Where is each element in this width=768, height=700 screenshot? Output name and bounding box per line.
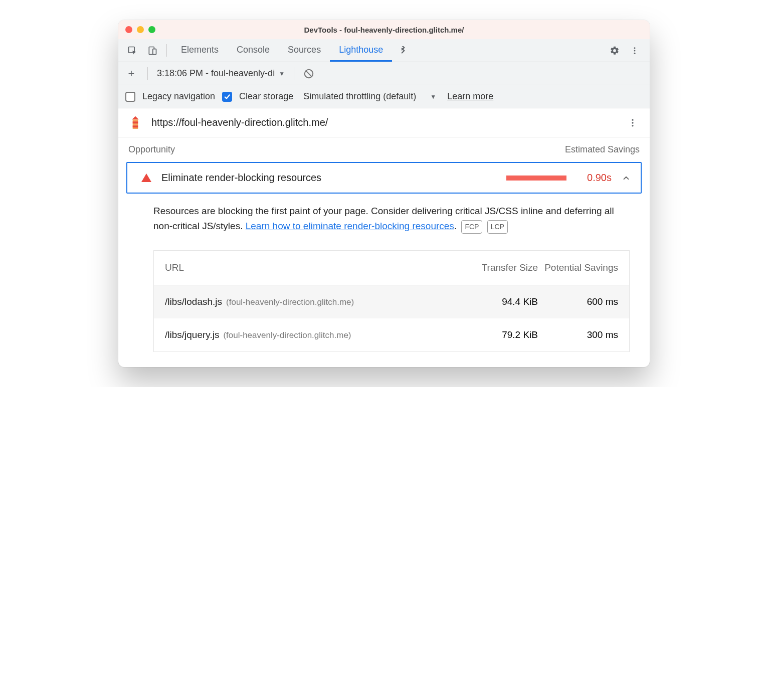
clear-icon[interactable] (303, 68, 314, 79)
table-header: URL Transfer Size Potential Savings (154, 251, 629, 286)
svg-point-12 (632, 119, 633, 120)
svg-point-3 (634, 47, 636, 49)
svg-rect-11 (133, 125, 138, 127)
panel-tabs: Elements Console Sources Lighthouse (172, 39, 392, 62)
desc-learn-link[interactable]: Learn how to eliminate render-blocking r… (246, 221, 454, 231)
report-url: https://foul-heavenly-direction.glitch.m… (151, 117, 617, 128)
caret-down-icon: ▼ (279, 70, 285, 77)
badge-fcp: FCP (461, 220, 482, 233)
inspect-icon[interactable] (123, 39, 141, 62)
badge-lcp: LCP (487, 220, 508, 233)
row-savings: 300 ms (538, 329, 618, 340)
savings-bar (506, 176, 566, 181)
minimize-icon[interactable] (137, 26, 144, 33)
more-tabs-icon[interactable] (394, 39, 412, 62)
th-size: Transfer Size (463, 262, 538, 274)
svg-point-4 (634, 50, 636, 51)
tab-sources[interactable]: Sources (279, 39, 330, 62)
lighthouse-options: Legacy navigation Clear storage Simulate… (118, 85, 650, 108)
report-label: 3:18:06 PM - foul-heavenly-di (157, 68, 275, 79)
lighthouse-toolbar: + 3:18:06 PM - foul-heavenly-di ▼ (118, 62, 650, 85)
maximize-icon[interactable] (148, 26, 155, 33)
divider (166, 44, 167, 57)
row-size: 94.4 KiB (463, 296, 538, 307)
legacy-navigation-checkbox[interactable] (125, 92, 135, 102)
titlebar: DevTools - foul-heavenly-direction.glitc… (118, 20, 650, 39)
table-row: /libs/lodash.js (foul-heavenly-direction… (154, 285, 629, 318)
svg-point-14 (632, 125, 633, 126)
th-savings: Potential Savings (538, 262, 618, 274)
opportunity-row[interactable]: Eliminate render-blocking resources 0.90… (126, 162, 642, 194)
window-title: DevTools - foul-heavenly-direction.glitc… (118, 26, 650, 34)
clear-storage-checkbox[interactable] (222, 92, 232, 102)
traffic-lights (125, 26, 155, 33)
divider (294, 67, 294, 80)
svg-line-7 (306, 71, 312, 77)
fail-triangle-icon (141, 173, 151, 182)
report-menu-icon[interactable] (625, 118, 641, 128)
th-url: URL (165, 262, 463, 273)
tab-lighthouse[interactable]: Lighthouse (330, 39, 392, 62)
desc-text-b: . (454, 221, 457, 231)
learn-more-link[interactable]: Learn more (447, 91, 493, 102)
tab-console[interactable]: Console (228, 39, 279, 62)
row-size: 79.2 KiB (463, 329, 538, 340)
row-origin: (foul-heavenly-direction.glitch.me) (226, 297, 354, 307)
svg-rect-2 (153, 49, 156, 54)
kebab-menu-icon[interactable] (626, 46, 644, 55)
new-report-button[interactable]: + (124, 67, 138, 80)
svg-rect-10 (133, 121, 138, 123)
lighthouse-logo-icon (127, 115, 143, 131)
row-path[interactable]: /libs/jquery.js (165, 329, 219, 340)
svg-point-13 (632, 122, 633, 123)
row-savings: 600 ms (538, 296, 618, 307)
throttling-caret-icon[interactable]: ▼ (430, 93, 436, 100)
legacy-navigation-label: Legacy navigation (142, 91, 215, 102)
tab-elements[interactable]: Elements (172, 39, 228, 62)
row-origin: (foul-heavenly-direction.glitch.me) (223, 330, 351, 340)
devtools-window: DevTools - foul-heavenly-direction.glitc… (118, 20, 650, 367)
main-tabbar: Elements Console Sources Lighthouse (118, 39, 650, 62)
opportunity-table: URL Transfer Size Potential Savings /lib… (153, 250, 630, 353)
opportunity-section-header: Opportunity Estimated Savings (118, 137, 650, 160)
table-row: /libs/jquery.js (foul-heavenly-direction… (154, 318, 629, 352)
report-selector[interactable]: 3:18:06 PM - foul-heavenly-di ▼ (157, 68, 285, 79)
divider (147, 67, 148, 80)
collapse-chevron-icon[interactable] (622, 173, 631, 183)
clear-storage-label: Clear storage (239, 91, 293, 102)
savings-value: 0.90s (577, 172, 612, 184)
throttling-label: Simulated throttling (default) (303, 91, 416, 102)
report-url-row: https://foul-heavenly-direction.glitch.m… (118, 108, 650, 137)
close-icon[interactable] (125, 26, 132, 33)
svg-point-5 (634, 52, 636, 54)
opportunity-header-right: Estimated Savings (565, 144, 640, 155)
settings-icon[interactable] (606, 46, 624, 56)
device-toggle-icon[interactable] (143, 39, 161, 62)
opportunity-header-left: Opportunity (128, 144, 175, 155)
opportunity-title: Eliminate render-blocking resources (161, 172, 496, 184)
svg-marker-8 (132, 116, 138, 119)
opportunity-description: Resources are blocking the first paint o… (118, 194, 650, 238)
row-path[interactable]: /libs/lodash.js (165, 296, 222, 307)
